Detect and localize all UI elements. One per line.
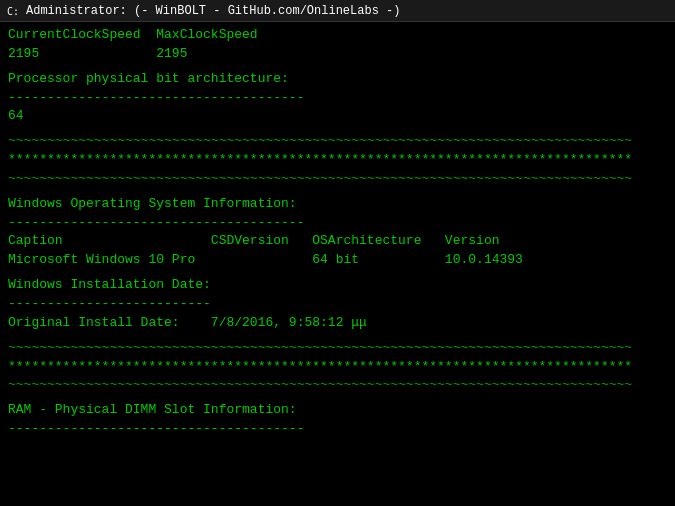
sep-star1: ****************************************…	[8, 151, 667, 170]
sep-tilde3: ~~~~~~~~~~~~~~~~~~~~~~~~~~~~~~~~~~~~~~~~…	[8, 339, 667, 358]
install-label: Windows Installation Date:	[8, 276, 667, 295]
os-dash: --------------------------------------	[8, 214, 667, 233]
proc-dash: --------------------------------------	[8, 89, 667, 108]
sep-star2: ****************************************…	[8, 358, 667, 377]
clock-values: 2195 2195	[8, 45, 667, 64]
sep-tilde1: ~~~~~~~~~~~~~~~~~~~~~~~~~~~~~~~~~~~~~~~~…	[8, 132, 667, 151]
proc-value: 64	[8, 107, 667, 126]
ram-label: RAM - Physical DIMM Slot Information:	[8, 401, 667, 420]
os-label: Windows Operating System Information:	[8, 195, 667, 214]
clock-header: CurrentClockSpeed MaxClockSpeed	[8, 26, 667, 45]
os-col-header: Caption CSDVersion OSArchitecture Versio…	[8, 232, 667, 251]
terminal-body: CurrentClockSpeed MaxClockSpeed2195 2195…	[0, 22, 675, 506]
install-dash: --------------------------	[8, 295, 667, 314]
title-bar: C: Administrator: (- WinBOLT - GitHub.co…	[0, 0, 675, 22]
cmd-icon: C:	[6, 4, 20, 18]
sep-tilde4: ~~~~~~~~~~~~~~~~~~~~~~~~~~~~~~~~~~~~~~~~…	[8, 376, 667, 395]
sep-tilde2: ~~~~~~~~~~~~~~~~~~~~~~~~~~~~~~~~~~~~~~~~…	[8, 170, 667, 189]
os-col-values: Microsoft Windows 10 Pro 64 bit 10.0.143…	[8, 251, 667, 270]
proc-label: Processor physical bit architecture:	[8, 70, 667, 89]
svg-text:C:: C:	[7, 6, 19, 17]
ram-dash: --------------------------------------	[8, 420, 667, 439]
title-bar-text: Administrator: (- WinBOLT - GitHub.com/O…	[26, 4, 400, 18]
install-value: Original Install Date: 7/8/2016, 9:58:12…	[8, 314, 667, 333]
